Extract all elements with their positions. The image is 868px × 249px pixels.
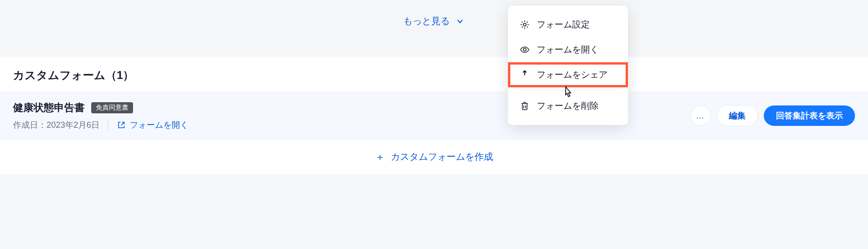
plus-icon: ＋ <box>375 152 385 162</box>
create-form-label: カスタムフォームを作成 <box>391 151 493 163</box>
dropdown-share-label: フォームをシェア <box>537 69 608 81</box>
dropdown-open-label: フォームを開く <box>537 44 599 56</box>
eye-icon <box>520 45 529 54</box>
custom-forms-section: カスタムフォーム（1） 健康状態申告書 免責同意書 作成日：2023年2月6日 <box>0 57 868 174</box>
top-bar: もっと見る <box>0 0 868 57</box>
external-link-icon <box>117 120 126 130</box>
form-title-row: 健康状態申告書 免責同意書 <box>13 101 188 115</box>
open-form-label: フォームを開く <box>130 119 188 131</box>
dropdown-delete-label: フォームを削除 <box>537 100 599 112</box>
form-item-actions: … 編集 回答集計表を表示 <box>690 105 855 126</box>
form-title: 健康状態申告書 <box>13 101 85 115</box>
dropdown-item-open[interactable]: フォームを開く <box>508 37 628 62</box>
chevron-down-icon <box>455 17 465 26</box>
form-item-info: 健康状態申告書 免責同意書 作成日：2023年2月6日 フォームを開く <box>13 101 188 131</box>
svg-point-1 <box>523 48 526 51</box>
create-custom-form-link[interactable]: ＋ カスタムフォームを作成 <box>375 151 493 163</box>
edit-button[interactable]: 編集 <box>716 105 758 126</box>
dropdown-item-settings[interactable]: フォーム設定 <box>508 12 628 37</box>
open-form-link[interactable]: フォームを開く <box>117 119 188 131</box>
form-badge: 免責同意書 <box>91 102 133 113</box>
form-actions-dropdown: フォーム設定 フォームを開く <box>508 6 628 125</box>
show-summary-button[interactable]: 回答集計表を表示 <box>764 105 855 126</box>
dropdown-settings-label: フォーム設定 <box>537 19 590 31</box>
form-item: 健康状態申告書 免責同意書 作成日：2023年2月6日 フォームを開く <box>0 92 868 139</box>
cursor-pointer-icon <box>562 85 574 99</box>
gear-icon <box>520 20 529 29</box>
trash-icon <box>520 101 529 111</box>
show-more-label: もっと見る <box>403 15 450 27</box>
share-icon <box>520 70 529 79</box>
svg-point-0 <box>523 23 526 26</box>
dropdown-item-share[interactable]: フォームをシェア <box>508 62 628 87</box>
form-meta-row: 作成日：2023年2月6日 フォームを開く <box>13 119 188 131</box>
show-more-link[interactable]: もっと見る <box>403 15 465 27</box>
meta-divider <box>108 120 108 130</box>
form-created-date: 作成日：2023年2月6日 <box>13 119 100 131</box>
create-form-row: ＋ カスタムフォームを作成 <box>0 139 868 174</box>
section-title: カスタムフォーム（1） <box>0 57 868 92</box>
more-actions-button[interactable]: … <box>690 105 711 126</box>
